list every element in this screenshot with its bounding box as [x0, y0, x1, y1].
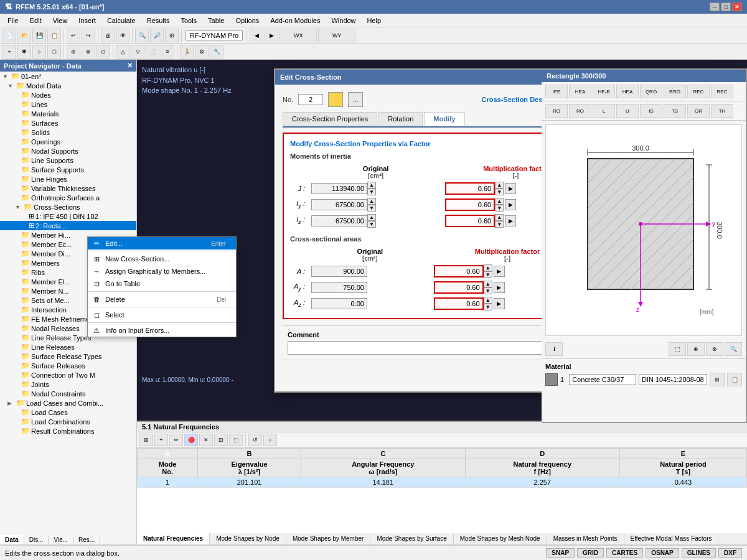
tree-surface-supports[interactable]: 📁 Surface Supports — [0, 165, 136, 174]
az-orig-input[interactable] — [311, 298, 367, 309]
tab-rotation[interactable]: Rotation — [378, 112, 423, 126]
ay-factor-up[interactable]: ▲ — [484, 281, 492, 287]
btn-heb[interactable]: HE-B — [593, 85, 615, 98]
ctx-info-errors[interactable]: ⚠ Info on Input Errors... — [88, 324, 236, 337]
minimize-btn[interactable]: ─ — [710, 2, 720, 11]
ctx-go-table[interactable]: ⊡ Go to Table — [88, 278, 236, 290]
btn-view2[interactable]: ⊕ — [687, 342, 705, 356]
bt-5[interactable]: ✕ — [199, 434, 213, 446]
bt-8[interactable]: ↺ — [248, 434, 262, 446]
btn-gr[interactable]: GR — [687, 104, 710, 118]
j-factor-arrow[interactable]: ▶ — [505, 183, 516, 194]
sidebar-close-btn[interactable]: ✕ — [127, 62, 133, 70]
iy-factor-up[interactable]: ▲ — [495, 198, 504, 205]
az-factor-down[interactable]: ▼ — [484, 304, 492, 310]
menu-tools[interactable]: Tools — [176, 16, 202, 26]
ctx-new-cs[interactable]: ⊞ New Cross-Section... — [88, 253, 236, 265]
tb2-1[interactable]: + — [2, 45, 16, 58]
tree-model-data[interactable]: ▼ 📁 Model Data — [0, 81, 136, 90]
tb-nav-prev[interactable]: ◀ — [250, 29, 263, 42]
menu-options[interactable]: Options — [230, 16, 264, 26]
menu-file[interactable]: File — [2, 16, 24, 26]
tb-zoom-all[interactable]: ⊞ — [165, 29, 179, 42]
btn-info[interactable]: ℹ — [545, 342, 563, 356]
tree-conn-two[interactable]: 📁 Connection of Two M — [0, 370, 136, 380]
iz-orig-input[interactable] — [311, 215, 367, 226]
btn-ts[interactable]: TS — [664, 104, 686, 118]
tb-b2[interactable]: WY — [318, 29, 355, 42]
btn-rec[interactable]: REC — [687, 85, 710, 98]
tb-undo[interactable]: ↩ — [67, 29, 80, 42]
iy-factor-down[interactable]: ▼ — [495, 205, 504, 212]
glines-btn[interactable]: GLINES — [682, 548, 716, 558]
tree-solids[interactable]: 📁 Solids — [0, 128, 136, 137]
tree-nodal-supports[interactable]: 📁 Nodal Supports — [0, 146, 136, 156]
az-factor-arrow[interactable]: ▶ — [494, 298, 505, 309]
snap-btn[interactable]: SNAP — [546, 548, 575, 558]
iz-factor-input[interactable] — [445, 215, 495, 227]
tab-masses[interactable]: Masses in Mesh Points — [547, 533, 624, 544]
tree-lines[interactable]: 📁 Lines — [0, 100, 136, 109]
ctx-delete[interactable]: 🗑 Delete Del — [88, 293, 236, 306]
btn-view1[interactable]: ⬚ — [669, 342, 686, 356]
iy-factor-arrow[interactable]: ▶ — [505, 199, 516, 210]
j-factor-down[interactable]: ▼ — [495, 189, 504, 195]
iz-factor-up[interactable]: ▲ — [495, 214, 504, 221]
tree-surf-rel-types[interactable]: 📁 Surface Release Types — [0, 352, 136, 361]
bottom-table-wrapper[interactable]: A B C D E ModeNo. Eigenvalueλ [1/s²] Ang… — [137, 448, 747, 533]
iz-factor-down[interactable]: ▼ — [495, 221, 504, 228]
iz-orig-down[interactable]: ▼ — [367, 221, 376, 228]
sidebar-tab-results[interactable]: Res... — [73, 535, 100, 544]
tb2-11[interactable]: ≡ — [161, 45, 174, 58]
mat-copy-btn[interactable]: 📋 — [727, 373, 742, 386]
menu-help[interactable]: Help — [362, 16, 387, 26]
close-btn[interactable]: ✕ — [732, 2, 742, 11]
tree-cs-2[interactable]: ⊞ 2: Recta... — [0, 221, 136, 230]
menu-calculate[interactable]: Calculate — [102, 16, 141, 26]
menu-insert[interactable]: Insert — [73, 16, 101, 26]
a-factor-input[interactable] — [434, 265, 484, 278]
tree-cross-sections[interactable]: ▼ 📁 Cross-Sections — [0, 202, 136, 212]
sidebar-tab-data[interactable]: Data — [0, 535, 24, 544]
btn-l[interactable]: L — [593, 104, 615, 118]
a-factor-up[interactable]: ▲ — [484, 264, 492, 271]
tree-materials[interactable]: 📁 Materials — [0, 109, 136, 118]
az-factor-up[interactable]: ▲ — [484, 297, 492, 304]
a-factor-arrow[interactable]: ▶ — [494, 266, 505, 277]
j-orig-up[interactable]: ▲ — [367, 182, 376, 189]
osnap-btn[interactable]: OSNAP — [646, 548, 679, 558]
bt-9[interactable]: ○ — [263, 434, 277, 446]
tree-load-cases[interactable]: ▶ 📁 Load Cases and Combi... — [0, 398, 136, 408]
ctx-edit[interactable]: ✏ Edit... Enter — [88, 237, 236, 250]
table-row[interactable]: 1 201.101 14.181 2.257 0.443 — [138, 477, 747, 488]
tree-line-supports[interactable]: 📁 Line Supports — [0, 156, 136, 165]
btn-rro[interactable]: RRO — [664, 85, 686, 98]
color-picker-btn[interactable]: ... — [348, 92, 363, 107]
tb-print[interactable]: 🖨 — [101, 29, 115, 42]
tree-nodal-constraints[interactable]: 📁 Nodal Constraints — [0, 389, 136, 398]
tb2-5[interactable]: ⊕ — [67, 45, 80, 58]
iy-orig-up[interactable]: ▲ — [367, 198, 376, 205]
tree-var-thick[interactable]: 📁 Variable Thicknesses — [0, 184, 136, 193]
tab-mode-surface[interactable]: Mode Shapes by Surface — [370, 533, 453, 544]
menu-view[interactable]: View — [48, 16, 73, 26]
tree-joints[interactable]: 📁 Joints — [0, 380, 136, 389]
bt-7[interactable]: ⬚ — [229, 434, 243, 446]
tb2-12[interactable]: 🏃 — [180, 45, 194, 58]
j-factor-input[interactable] — [445, 182, 495, 195]
ctx-assign[interactable]: → Assign Graphically to Members... — [88, 265, 236, 278]
tab-modal-mass[interactable]: Effective Modal Mass Factors — [624, 533, 719, 544]
tb-new[interactable]: 📄 — [2, 29, 16, 42]
tree-result-combos[interactable]: 📁 Result Combinations — [0, 426, 136, 436]
tree-line-hinges[interactable]: 📁 Line Hinges — [0, 174, 136, 184]
iy-factor-input[interactable] — [445, 198, 495, 211]
btn-hea[interactable]: HEA — [569, 85, 591, 98]
iy-orig-input[interactable] — [311, 199, 367, 210]
btn-hem[interactable]: HEA — [616, 85, 639, 98]
menu-addon[interactable]: Add-on Modules — [265, 16, 325, 26]
bt-3[interactable]: ✏ — [169, 434, 183, 446]
tab-mode-node[interactable]: Mode Shapes by Node — [210, 533, 286, 544]
a-factor-down[interactable]: ▼ — [484, 271, 492, 278]
tree-ortho[interactable]: 📁 Orthotropic Surfaces a — [0, 193, 136, 202]
dxf-btn[interactable]: DXF — [718, 548, 742, 558]
